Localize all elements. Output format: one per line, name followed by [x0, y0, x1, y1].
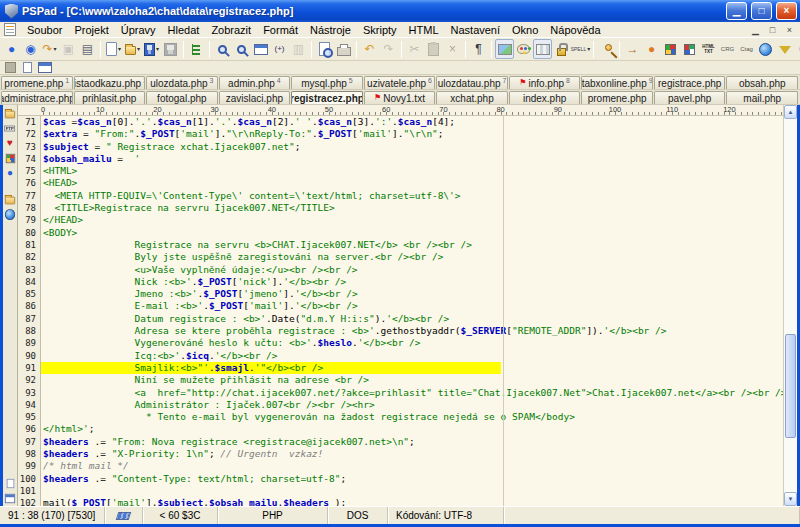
tab-ulozdata-php[interactable]: ulozdata.php3: [146, 76, 218, 89]
pspad-app-icon[interactable]: [5, 4, 18, 19]
sidebar-folder-icon[interactable]: [4, 107, 16, 119]
palette-icon[interactable]: [514, 39, 533, 59]
search-icon[interactable]: [213, 39, 232, 59]
menu-skripty[interactable]: Skripty: [357, 23, 403, 37]
show-formatting-icon[interactable]: ¶: [469, 39, 488, 59]
minimize-button[interactable]: ▁: [726, 2, 747, 20]
scrollbar-thumb[interactable]: [785, 334, 796, 438]
spell-check-icon[interactable]: SPELL▾: [571, 39, 590, 59]
sidebar-monitor-icon[interactable]: [4, 492, 16, 504]
print-icon[interactable]: [334, 39, 353, 59]
scroll-up-arrow[interactable]: ▲: [784, 105, 797, 119]
tab-info-php[interactable]: ⚑info.php8: [509, 76, 581, 89]
code-explorer-icon[interactable]: [187, 39, 206, 59]
tab-index-php[interactable]: index.php: [509, 91, 581, 104]
tab-zavislaci-php[interactable]: zavislaci.php: [219, 91, 291, 104]
menu-form-t[interactable]: Formát: [257, 23, 304, 37]
sidebar-project-icon[interactable]: ●: [4, 167, 16, 179]
sidebar-codepage-icon[interactable]: [4, 152, 16, 164]
code-clips-icon[interactable]: (+): [270, 39, 289, 59]
code-edit-area[interactable]: 71$cas =$cas_n[0].'.'.$cas_n[1].'.'.$cas…: [18, 116, 783, 506]
close-button[interactable]: ×: [776, 2, 797, 20]
color-picker-icon[interactable]: [495, 39, 514, 59]
filter-icon[interactable]: [775, 39, 794, 59]
internet-open-icon[interactable]: ◉: [21, 39, 40, 59]
undo-icon[interactable]: ↶: [360, 39, 379, 59]
menu-n-pov-da[interactable]: Nápověda: [544, 23, 606, 37]
color-grid2-icon[interactable]: [680, 39, 699, 59]
menu-zobrazit[interactable]: Zobrazit: [205, 23, 257, 37]
tab-mysql-php[interactable]: mysql.php5: [291, 76, 363, 89]
dropdown-caret-icon[interactable]: ▾: [156, 46, 159, 52]
menu-pravy[interactable]: Úpravy: [115, 23, 162, 37]
menu-hledat[interactable]: Hledat: [162, 23, 206, 37]
menu-projekt[interactable]: Projekt: [68, 23, 114, 37]
tab-admin-php[interactable]: admin.php4: [219, 76, 291, 89]
search-in-files-icon[interactable]: [251, 39, 270, 59]
delete-icon[interactable]: ×: [443, 39, 462, 59]
vertical-scrollbar[interactable]: ▲ ▼: [783, 105, 797, 506]
tab-promene-php[interactable]: promene.php: [581, 91, 653, 104]
tab-registracez-php[interactable]: registracez.php: [291, 91, 363, 104]
redo-icon[interactable]: ↷: [379, 39, 398, 59]
help-book-icon[interactable]: ▥: [289, 39, 308, 59]
dropdown-caret-icon[interactable]: ▾: [118, 46, 121, 52]
menu-n-stroje[interactable]: Nástroje: [304, 23, 357, 37]
tab-prihlasit-php[interactable]: prihlasit.php: [74, 91, 146, 104]
tab-obsah-php[interactable]: obsah.php: [726, 76, 798, 89]
dropdown-caret-icon[interactable]: ▾: [587, 46, 590, 52]
tab-uzivatele-php[interactable]: uzivatele.php6: [364, 76, 436, 89]
menu-okno[interactable]: Okno: [506, 23, 544, 37]
tab-registrace-php[interactable]: registrace.php: [654, 76, 726, 89]
line-numbers-icon[interactable]: ▤: [78, 39, 97, 59]
sidebar-ftp-icon[interactable]: FTP: [4, 122, 16, 134]
reopen-icon[interactable]: ↷▾: [40, 39, 59, 59]
sidebar-globe-icon[interactable]: [4, 208, 16, 220]
paste-icon[interactable]: [424, 39, 443, 59]
menu-html[interactable]: HTML: [403, 23, 445, 37]
char-table-icon[interactable]: [533, 39, 552, 59]
pin-icon[interactable]: [597, 39, 616, 59]
tab-listaodkazu-php[interactable]: listaodkazu.php2: [74, 76, 146, 89]
sidebar-favorites-icon[interactable]: ♥: [4, 137, 16, 149]
sidebar-folder2-icon[interactable]: [4, 193, 16, 205]
print-preview-icon[interactable]: [315, 39, 334, 59]
menu-soubor[interactable]: Soubor: [21, 23, 68, 37]
log-window-icon[interactable]: [36, 61, 54, 74]
sidebar-doc-icon[interactable]: [4, 477, 16, 489]
tab-novy1-txt[interactable]: ⚑Novy1.txt: [364, 91, 436, 104]
cut-icon[interactable]: ✂: [405, 39, 424, 59]
color-grid-icon[interactable]: [661, 39, 680, 59]
tab-xchat-php[interactable]: xchat.php: [436, 91, 508, 104]
crg-icon[interactable]: CRG: [718, 39, 737, 59]
new-project-icon[interactable]: ●: [2, 39, 21, 59]
copy-file-icon[interactable]: ▣: [59, 39, 78, 59]
google-icon[interactable]: G: [794, 39, 800, 59]
tab-fotogal-php[interactable]: fotogal.php: [146, 91, 218, 104]
lock-icon[interactable]: [552, 39, 571, 59]
save-all-icon[interactable]: [161, 39, 180, 59]
dropdown-caret-icon[interactable]: ▾: [137, 46, 140, 52]
php-ball-icon[interactable]: ●: [642, 39, 661, 59]
mdi-close-button[interactable]: ×: [781, 23, 798, 36]
document-icon[interactable]: [4, 23, 16, 36]
tab-administrace-php[interactable]: administrace.php: [1, 91, 73, 104]
tab-pavel-php[interactable]: pavel.php: [654, 91, 726, 104]
html-to-txt-icon[interactable]: HTML TXT: [699, 39, 718, 59]
tab-tabxonline-php[interactable]: tabxonline.php9: [581, 76, 653, 89]
open-file-icon[interactable]: ▾: [123, 39, 142, 59]
save-file-icon[interactable]: ▾: [142, 39, 161, 59]
ctag-icon[interactable]: Ctag: [737, 39, 756, 59]
mdi-restore-button[interactable]: □: [764, 23, 781, 36]
dropdown-caret-icon[interactable]: ▾: [54, 46, 57, 52]
new-file-icon[interactable]: ▾: [104, 39, 123, 59]
maximize-button[interactable]: □: [751, 2, 772, 20]
menu-nastaven[interactable]: Nastavení: [445, 23, 507, 37]
panel-toggle-icon[interactable]: [2, 61, 19, 74]
mdi-minimize-button[interactable]: ▁: [747, 23, 764, 36]
goto-line-icon[interactable]: →: [623, 39, 642, 59]
search-replace-icon[interactable]: [232, 39, 251, 59]
tab-mail-php[interactable]: mail.php: [726, 91, 798, 104]
tab-promene-php[interactable]: promene.php1: [1, 76, 73, 89]
www-browser-icon[interactable]: [756, 39, 775, 59]
